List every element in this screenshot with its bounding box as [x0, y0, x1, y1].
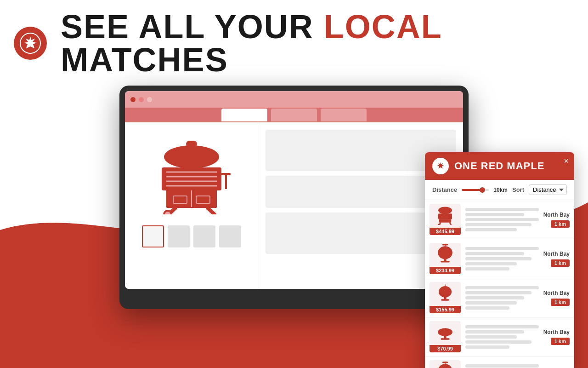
listing-thumb-icon — [435, 244, 455, 266]
listing-details — [465, 247, 539, 270]
listing-item[interactable]: $70.99 North Bay 1 km — [425, 317, 574, 356]
listing-lines — [465, 325, 539, 349]
listing-city: North Bay — [543, 212, 570, 218]
popup-header: ONE RED MAPLE × — [425, 152, 574, 180]
popup-logo-icon — [435, 161, 446, 171]
listing-line — [465, 247, 539, 250]
svg-point-30 — [439, 286, 452, 298]
svg-rect-17 — [219, 173, 231, 175]
listing-line — [465, 325, 539, 328]
listing-item[interactable]: $155.99 North Bay 1 km — [425, 278, 574, 317]
listing-line — [465, 364, 539, 368]
svg-rect-29 — [442, 244, 448, 246]
listing-line — [465, 252, 524, 255]
nav-tab-3[interactable] — [321, 109, 367, 121]
listing-line — [465, 286, 539, 289]
svg-rect-3 — [186, 141, 197, 147]
listing-distance: 1 km — [551, 220, 570, 228]
listing-line — [465, 218, 539, 221]
popup-logo — [432, 158, 449, 174]
headline-prefix: SEE ALL YOUR — [61, 8, 324, 45]
listing-price: $234.99 — [430, 267, 461, 274]
monitor-screen — [125, 91, 463, 289]
listing-lines — [465, 247, 539, 270]
distance-slider[interactable] — [462, 189, 489, 191]
svg-point-25 — [438, 246, 452, 259]
listing-line — [465, 208, 539, 211]
slider-track — [462, 189, 489, 191]
sort-label: Sort — [512, 186, 524, 193]
svg-rect-31 — [444, 297, 446, 299]
listing-price: $70.99 — [430, 345, 461, 352]
thumbnail-4[interactable] — [219, 225, 241, 247]
listing-thumb-icon — [435, 322, 455, 344]
listing-thumb-icon — [435, 361, 455, 368]
svg-rect-27 — [441, 261, 449, 263]
main-content: ONE RED MAPLE × Distance 10km Sort Dista… — [0, 86, 588, 309]
listing-meta: North Bay 1 km — [543, 212, 570, 228]
listing-line — [465, 257, 531, 260]
svg-rect-19 — [438, 207, 452, 214]
listing-details — [465, 208, 539, 231]
distance-value: 10km — [493, 187, 508, 193]
close-button[interactable]: × — [564, 157, 569, 165]
distance-label: Distance — [432, 186, 457, 193]
listing-thumb: $234.99 — [430, 243, 461, 274]
nav-tab-1[interactable] — [221, 109, 267, 121]
listing-item[interactable]: $445.99 North Bay 1 km — [425, 200, 574, 239]
listing-price: $445.99 — [430, 228, 461, 235]
svg-line-14 — [208, 208, 215, 214]
listing-thumb-icon — [435, 205, 455, 227]
monitor-content — [125, 122, 463, 289]
listing-thumb: $445.99 — [430, 204, 461, 235]
listing-thumb: $70.99 — [430, 321, 461, 352]
thumbnail-2[interactable] — [168, 225, 190, 247]
svg-point-37 — [438, 364, 452, 368]
svg-rect-20 — [438, 213, 452, 219]
listing-distance: 1 km — [551, 259, 570, 267]
popup-list: $445.99 North Bay 1 km $234.99 — [425, 200, 574, 368]
dot-red — [130, 97, 136, 102]
listing-city: North Bay — [543, 251, 570, 257]
listing-details — [465, 364, 539, 368]
listing-details — [465, 286, 539, 310]
listing-item[interactable]: $5234.99 North Bay 1 km — [425, 356, 574, 368]
thumbnail-1[interactable] — [142, 225, 164, 247]
sort-select[interactable]: Distance Price Date — [529, 184, 567, 195]
thumbnail-row — [142, 225, 241, 247]
listing-thumb: $5234.99 — [430, 360, 461, 368]
listing-city: North Bay — [543, 329, 570, 335]
svg-rect-32 — [441, 299, 449, 301]
header: SEE ALL YOUR LOCAL MATCHES — [0, 0, 588, 81]
svg-point-34 — [438, 328, 452, 336]
monitor-left — [125, 122, 258, 289]
monitor-topbar — [125, 91, 463, 108]
grill-large-icon — [150, 136, 233, 216]
listing-distance: 1 km — [551, 299, 570, 306]
svg-rect-35 — [444, 335, 446, 339]
listing-city: North Bay — [543, 290, 570, 296]
listing-line — [465, 296, 524, 299]
listing-line — [465, 262, 517, 265]
listing-item[interactable]: $234.99 North Bay 1 km — [425, 239, 574, 278]
listing-lines — [465, 286, 539, 310]
dot-pink — [139, 97, 144, 102]
listing-lines — [465, 208, 539, 231]
monitor-stand — [271, 289, 317, 303]
nav-tab-2[interactable] — [271, 109, 317, 121]
listing-line — [465, 223, 531, 226]
listing-line — [465, 291, 531, 294]
listing-thumb-icon — [435, 283, 455, 305]
monitor — [119, 86, 469, 309]
svg-rect-21 — [439, 219, 451, 223]
popup-filters: Distance 10km Sort Distance Price Date — [425, 180, 574, 200]
listing-line — [465, 340, 531, 344]
listing-line — [465, 267, 509, 270]
monitor-base — [248, 303, 340, 309]
thumbnail-3[interactable] — [193, 225, 215, 247]
popup-title: ONE RED MAPLE — [454, 160, 544, 172]
listing-meta: North Bay 1 km — [543, 251, 570, 267]
listing-meta: North Bay 1 km — [543, 329, 570, 345]
listing-details — [465, 325, 539, 349]
listing-line — [465, 213, 524, 216]
